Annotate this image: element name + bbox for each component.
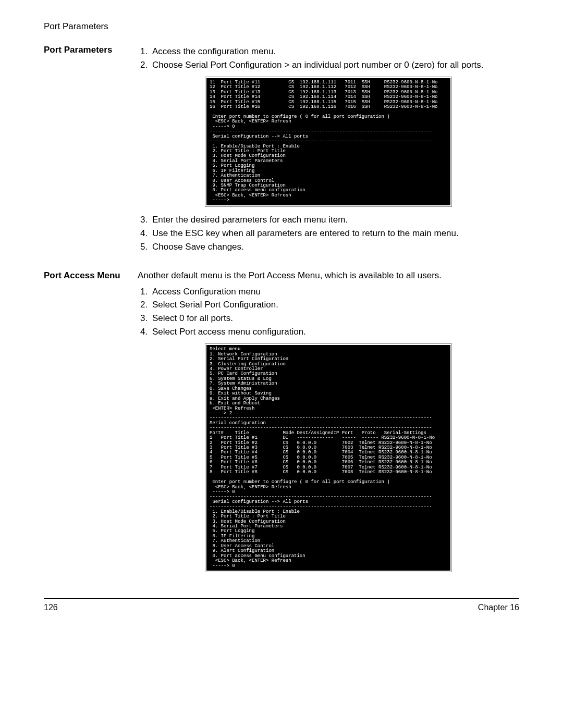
list-item: Select 0 for all ports. [150, 313, 519, 325]
port-access-intro: Another default menu is the Port Access … [138, 270, 519, 282]
list-item: Choose Save changes. [150, 241, 519, 253]
list-item: Choose Serial Port Configuration > an in… [150, 59, 519, 71]
list-item: Select Port access menu configuration. [150, 326, 519, 338]
running-head: Port Parameters [44, 21, 519, 33]
terminal-frame: Select menu 1. Network Configuration 2. … [205, 343, 452, 572]
list-item: Select Serial Port Configuration. [150, 299, 519, 311]
list-item: Access Configuration menu [150, 286, 519, 298]
port-parameters-steps-a: Access the configuration menu. Choose Se… [138, 46, 519, 71]
port-parameters-steps-b: Enter the desired parameters for each me… [138, 214, 519, 253]
footer-rule [44, 598, 519, 599]
list-item: Enter the desired parameters for each me… [150, 214, 519, 226]
terminal-select-menu: Select menu 1. Network Configuration 2. … [206, 345, 450, 571]
terminal-serial-config: 11 Port Title #11 CS 192.168.1.111 7011 … [206, 78, 450, 205]
list-item: Use the ESC key when all parameters are … [150, 228, 519, 240]
page-number: 126 [44, 602, 58, 613]
port-access-steps: Access Configuration menu Select Serial … [138, 286, 519, 339]
section-title-port-access-menu: Port Access Menu [44, 270, 138, 282]
list-item: Access the configuration menu. [150, 46, 519, 58]
terminal-frame: 11 Port Title #11 CS 192.168.1.111 7011 … [205, 77, 452, 207]
section-title-port-parameters: Port Parameters [44, 44, 138, 56]
chapter-label: Chapter 16 [478, 602, 519, 613]
